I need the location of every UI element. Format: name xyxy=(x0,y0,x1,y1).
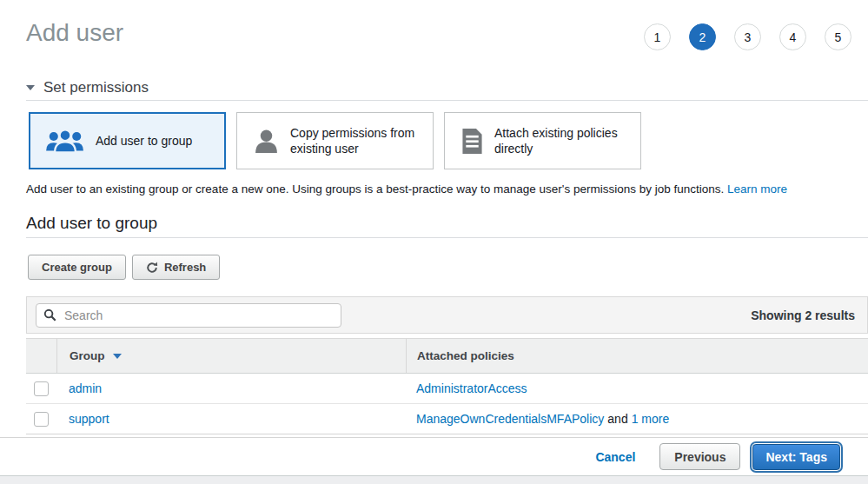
step-1: 1 xyxy=(644,23,671,50)
page-bottom-strip xyxy=(0,475,868,484)
column-header-group[interactable]: Group xyxy=(57,339,407,373)
policy-link[interactable]: AdministratorAccess xyxy=(416,381,527,395)
policy-and-text: and xyxy=(607,412,627,426)
card-attach-policies[interactable]: Attach existing policies directly xyxy=(444,112,641,169)
group-name-link[interactable]: admin xyxy=(69,381,102,395)
step-3: 3 xyxy=(734,23,761,50)
column-header-attached-policies: Attached policies xyxy=(407,339,868,373)
sort-descending-icon xyxy=(113,354,122,359)
refresh-label: Refresh xyxy=(164,261,206,274)
user-icon xyxy=(253,128,280,155)
policy-link[interactable]: ManageOwnCredentialsMFAPolicy xyxy=(416,412,604,426)
policies-cell: ManageOwnCredentialsMFAPolicy and 1 more xyxy=(406,404,868,434)
results-count: Showing 2 results xyxy=(751,308,855,322)
row-checkbox[interactable] xyxy=(34,412,49,427)
search-icon xyxy=(43,308,56,322)
refresh-button[interactable]: Refresh xyxy=(132,255,220,280)
row-checkbox-cell xyxy=(26,374,56,403)
previous-button[interactable]: Previous xyxy=(659,443,740,470)
next-tags-button[interactable]: Next: Tags xyxy=(752,444,840,470)
group-cell: admin xyxy=(56,374,406,403)
group-toolbar: Create group Refresh xyxy=(28,255,220,280)
section-divider xyxy=(26,237,868,238)
card-label: Attach existing policies directly xyxy=(494,125,633,156)
section-description: Add user to an existing group or create … xyxy=(26,182,851,196)
wizard-footer: Cancel Previous Next: Tags xyxy=(0,437,868,484)
set-permissions-section-header[interactable]: Set permissions xyxy=(26,79,149,96)
set-permissions-title: Set permissions xyxy=(43,79,149,96)
wizard-steps: 1 2 3 4 5 xyxy=(644,23,851,50)
attached-policies-column-label: Attached policies xyxy=(417,349,514,362)
card-label: Copy permissions from existing user xyxy=(290,125,426,156)
row-checkbox[interactable] xyxy=(34,381,49,396)
row-checkbox-cell xyxy=(26,404,56,434)
card-add-user-to-group[interactable]: Add user to group xyxy=(29,112,226,169)
step-5: 5 xyxy=(825,23,851,50)
create-group-button[interactable]: Create group xyxy=(28,255,126,280)
add-user-to-group-heading: Add user to group xyxy=(26,214,157,233)
step-2-current: 2 xyxy=(689,23,716,50)
create-group-label: Create group xyxy=(42,261,112,274)
table-toolbar: Showing 2 results xyxy=(26,296,868,334)
select-all-header-cell xyxy=(26,339,57,373)
group-cell: support xyxy=(56,404,406,434)
step-4: 4 xyxy=(779,23,806,50)
collapse-arrow-icon xyxy=(26,85,35,90)
footer-actions: Cancel Previous Next: Tags xyxy=(0,437,868,475)
page-title: Add user xyxy=(26,19,123,47)
user-group-icon xyxy=(45,128,85,155)
policies-cell: AdministratorAccess xyxy=(406,374,868,403)
table-row-support: support ManageOwnCredentialsMFAPolicy an… xyxy=(26,404,868,434)
policy-document-icon xyxy=(461,128,484,155)
search-box[interactable] xyxy=(36,303,341,328)
more-policies-link[interactable]: 1 more xyxy=(632,412,670,426)
section-divider xyxy=(26,100,868,101)
refresh-icon xyxy=(146,262,158,274)
groups-table: Showing 2 results Group Attached policie… xyxy=(26,296,868,434)
card-label: Add user to group xyxy=(96,133,192,149)
table-row-admin: admin AdministratorAccess xyxy=(26,374,868,404)
group-name-link[interactable]: support xyxy=(69,412,109,426)
search-input[interactable] xyxy=(63,308,334,323)
table-header-row: Group Attached policies xyxy=(26,338,868,374)
permission-option-cards: Add user to group Copy permissions from … xyxy=(29,112,641,169)
learn-more-link[interactable]: Learn more xyxy=(727,182,787,196)
description-text: Add user to an existing group or create … xyxy=(26,182,724,196)
card-copy-permissions[interactable]: Copy permissions from existing user xyxy=(236,112,434,169)
group-column-label: Group xyxy=(70,349,105,362)
cancel-link[interactable]: Cancel xyxy=(595,450,635,464)
